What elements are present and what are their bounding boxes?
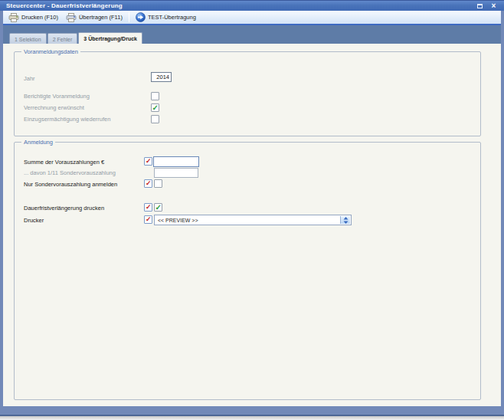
test-uebertragung-label: TEST-Übertragung (148, 14, 196, 21)
nur-sondervorauszahlung-checkbox[interactable] (154, 179, 162, 188)
groupbox-voranmeldungsdaten: Voranmeldungsdaten Jahr Berichtigte Vora… (14, 51, 481, 136)
tab-uebertragung-druck[interactable]: 3 Übertragung/Druck (78, 32, 142, 44)
test-uebertragung-button[interactable]: TEST-Übertragung (132, 11, 200, 23)
drucken-label: Drucken (F10) (21, 14, 58, 21)
einzugsermaechtigung-checkbox[interactable] (151, 115, 159, 123)
groupbox-anmeldung: Anmeldung Summe der Vorauszahlungen € ..… (14, 142, 481, 400)
tab-fehler[interactable]: 2 Fehler (47, 33, 78, 44)
verrechnung-erwuenscht-label: Verrechnung erwünscht (24, 103, 84, 112)
go-sphere-icon (136, 12, 146, 22)
einzugsermaechtigung-label: Einzugsermächtigung wiederrufen (24, 115, 110, 123)
voranmeldungsdaten-legend: Voranmeldungsdaten (21, 48, 80, 55)
drucker-label: Drucker (24, 216, 44, 225)
dauerfristverlaengerung-drucken-checkbox[interactable] (154, 203, 162, 212)
drucker-combobox[interactable]: << PREVIEW >> (154, 215, 352, 225)
restore-button[interactable] (476, 2, 484, 10)
anmeldung-legend: Anmeldung (21, 139, 55, 146)
davon-sondervorauszahlung-input[interactable] (154, 168, 198, 178)
summe-vorauszahlungen-input[interactable] (153, 156, 199, 167)
content-panel: Voranmeldungsdaten Jahr Berichtigte Vora… (3, 44, 501, 406)
summe-assist-check-icon[interactable] (144, 157, 152, 166)
window-title: Steuercenter - Dauerfristverlängerung (0, 2, 123, 9)
davon-sondervorauszahlung-label: ... davon 1/11 Sondervorauszahlung (24, 169, 116, 177)
jahr-input[interactable] (151, 72, 172, 82)
drucker-assist-check-icon[interactable] (144, 215, 152, 224)
window-drop-shadow (0, 416, 504, 420)
nur-sondervorauszahlung-assist-check-icon[interactable] (144, 179, 152, 188)
printer-icon (8, 13, 19, 22)
uebertragen-button[interactable]: Übertragen (F11) (62, 11, 126, 23)
dauerfristverlaengerung-drucken-label: Dauerfristverlängerung drucken (24, 204, 104, 212)
jahr-label: Jahr (24, 74, 35, 83)
tab-strip: 1 Selektion 2 Fehler 3 Übertragung/Druck (3, 25, 501, 44)
close-button[interactable]: × (489, 2, 498, 10)
window-controls: × (476, 2, 498, 10)
toolbar-separator (129, 12, 129, 22)
summe-vorauszahlungen-label: Summe der Vorauszahlungen € (24, 158, 104, 166)
tab-selektion[interactable]: 1 Selektion (9, 33, 47, 44)
berichtigte-voranmeldung-label: Berichtigte Voranmeldung (24, 92, 90, 100)
toolbar: Drucken (F10) Übertragen (F11) (3, 11, 501, 25)
nur-sondervorauszahlung-label: Nur Sondervorauszahlung anmelden (24, 180, 117, 189)
dropdown-arrows-icon[interactable] (340, 216, 350, 224)
verrechnung-erwuenscht-checkbox[interactable] (151, 103, 159, 112)
drucken-button[interactable]: Drucken (F10) (5, 11, 62, 23)
app-window: Steuercenter - Dauerfristverlängerung × … (0, 0, 504, 420)
restore-icon (477, 4, 483, 8)
close-icon: × (492, 2, 496, 10)
drucker-combobox-value: << PREVIEW >> (158, 218, 198, 223)
berichtigte-voranmeldung-checkbox[interactable] (151, 92, 159, 100)
printer-send-icon (66, 13, 77, 22)
title-bar: Steuercenter - Dauerfristverlängerung × (0, 0, 504, 11)
dauerfristverlaengerung-assist-check-icon[interactable] (144, 203, 152, 212)
uebertragen-label: Übertragen (F11) (79, 14, 123, 21)
